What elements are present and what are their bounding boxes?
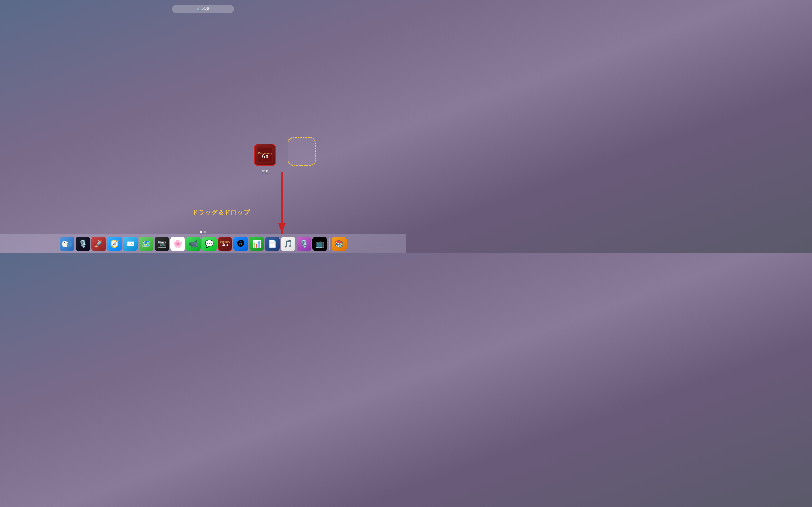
- svg-point-12: [64, 243, 65, 244]
- search-placeholder: 検索: [202, 6, 210, 11]
- dock-screenshot[interactable]: 📷: [154, 237, 169, 251]
- launchpad-grid: [22, 17, 384, 225]
- svg-text:Aa: Aa: [222, 242, 228, 247]
- page-dot-1[interactable]: [200, 231, 202, 233]
- svg-point-13: [67, 243, 68, 244]
- page-dot-2[interactable]: [204, 231, 206, 233]
- dock-photos[interactable]: 🌸: [170, 237, 185, 251]
- dock: 🎙️ 🚀 🧭 ✉️ 🗺️ 📷 🌸 📹 💬 Dictionary Aa 🅐: [0, 234, 406, 253]
- drag-label: ドラッグ＆ドロップ: [192, 209, 250, 217]
- dock-finder[interactable]: [60, 237, 74, 251]
- search-bar[interactable]: 🔍 検索: [172, 5, 234, 13]
- dock-separator: [329, 238, 329, 249]
- search-icon: 🔍: [196, 7, 201, 11]
- dock-facetime[interactable]: 📹: [186, 237, 201, 251]
- svg-text:Aa: Aa: [261, 153, 269, 159]
- page-indicator: [200, 231, 206, 233]
- dock-maps[interactable]: 🗺️: [139, 237, 153, 251]
- dock-messages[interactable]: 💬: [202, 237, 216, 251]
- dock-books[interactable]: 📚: [332, 237, 347, 251]
- drop-target: [288, 137, 316, 166]
- dock-siri[interactable]: 🎙️: [75, 237, 90, 251]
- drag-arrow: [259, 169, 316, 239]
- dock-safari[interactable]: 🧭: [107, 237, 122, 251]
- dock-appstore[interactable]: 🅐: [234, 237, 248, 251]
- dock-mail[interactable]: ✉️: [123, 237, 138, 251]
- dock-dictionary-target[interactable]: Dictionary Aa: [218, 237, 232, 251]
- dock-launchpad[interactable]: 🚀: [91, 237, 106, 251]
